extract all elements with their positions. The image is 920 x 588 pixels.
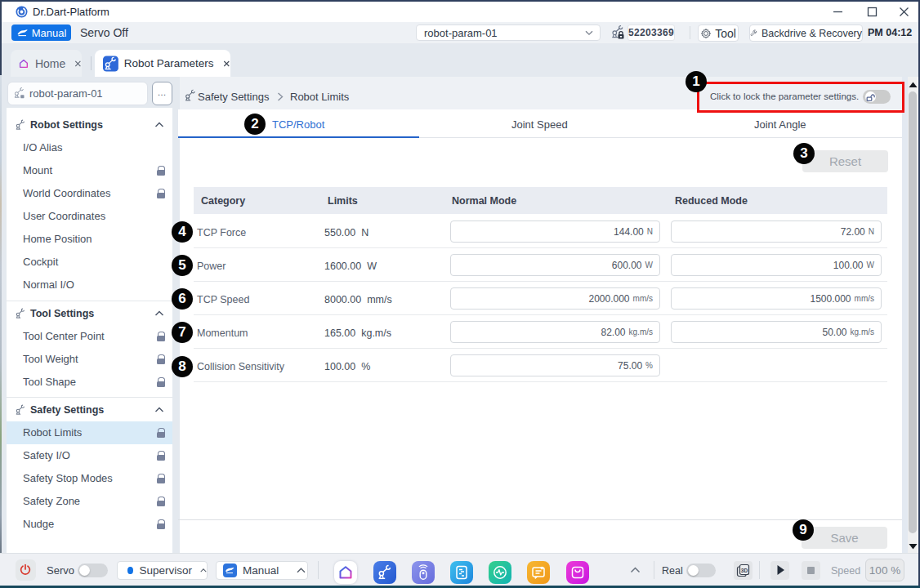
svg-text:3D: 3D: [741, 568, 748, 573]
